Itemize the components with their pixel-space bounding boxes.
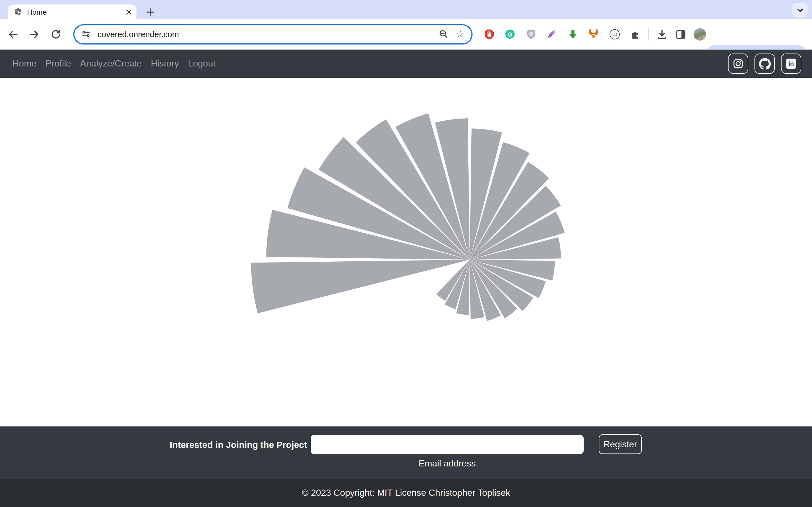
extensions-puzzle-icon[interactable]: [630, 29, 641, 40]
main-content: \: [0, 78, 812, 427]
github-button[interactable]: [755, 54, 775, 74]
tab-home[interactable]: Home: [8, 4, 137, 19]
site-settings-icon[interactable]: [81, 29, 91, 39]
stray-backslash-text: \: [0, 362, 1, 380]
email-input[interactable]: [311, 435, 583, 454]
privacy-shield-extension-icon[interactable]: [525, 29, 536, 40]
tab-close-icon[interactable]: [126, 9, 132, 15]
url-text[interactable]: covered.onrender.com: [98, 30, 439, 39]
spiral-chart: [0, 78, 812, 427]
downloads-button[interactable]: [654, 25, 670, 43]
nav-link-home[interactable]: Home: [12, 59, 36, 69]
nav-link-logout[interactable]: Logout: [188, 59, 215, 69]
save-arrow-extension-icon[interactable]: [567, 29, 578, 40]
globe-favicon-icon: [14, 8, 22, 16]
copyright-bar: © 2023 Copyright: MIT License Christophe…: [0, 479, 812, 507]
toolbar-divider: [649, 28, 649, 40]
profile-avatar[interactable]: [694, 28, 706, 40]
braces-extension-icon[interactable]: {...}: [609, 29, 620, 40]
spiral-wedge: [251, 260, 470, 313]
linkedin-button[interactable]: in: [781, 54, 801, 74]
instagram-button[interactable]: [728, 54, 748, 74]
feather-extension-icon[interactable]: [546, 29, 557, 40]
nav-link-history[interactable]: History: [151, 59, 179, 69]
reload-button[interactable]: [46, 24, 65, 44]
side-panel-button[interactable]: [672, 25, 689, 43]
join-prompt: Interested in Joining the Project: [170, 440, 307, 450]
social-buttons: in: [728, 54, 801, 74]
register-button[interactable]: Register: [599, 434, 642, 454]
grammarly-extension-icon[interactable]: G: [505, 29, 515, 40]
nav-link-profile[interactable]: Profile: [45, 59, 71, 69]
footer-signup-bar: Interested in Joining the Project Email …: [0, 427, 812, 479]
grammarly-g: G: [507, 31, 512, 38]
linkedin-icon: in: [786, 59, 796, 69]
site-navbar: Home Profile Analyze/Create History Logo…: [0, 50, 812, 78]
nav-links: Home Profile Analyze/Create History Logo…: [12, 59, 215, 69]
extensions-row: G: [484, 29, 641, 40]
email-input-label: Email address: [311, 459, 583, 469]
back-button[interactable]: [3, 24, 22, 44]
tab-title: Home: [27, 8, 126, 16]
new-tab-button[interactable]: [143, 5, 157, 18]
adblock-extension-icon[interactable]: [484, 29, 495, 40]
bookmark-star-icon[interactable]: ☆: [456, 28, 465, 40]
browser-window: Home: [0, 0, 812, 507]
browser-toolbar: covered.onrender.com ☆: [0, 19, 812, 50]
tab-strip: Home: [0, 0, 812, 19]
forward-button[interactable]: [25, 24, 44, 44]
address-bar[interactable]: covered.onrender.com ☆: [73, 24, 472, 44]
zoom-out-icon[interactable]: [439, 29, 448, 39]
metamask-extension-icon[interactable]: [588, 29, 599, 40]
tab-search-chevron-button[interactable]: [792, 3, 808, 17]
copyright-text: © 2023 Copyright: MIT License Christophe…: [302, 488, 510, 498]
braces-glyph: {...}: [609, 29, 619, 39]
nav-link-analyze-create[interactable]: Analyze/Create: [80, 59, 142, 69]
